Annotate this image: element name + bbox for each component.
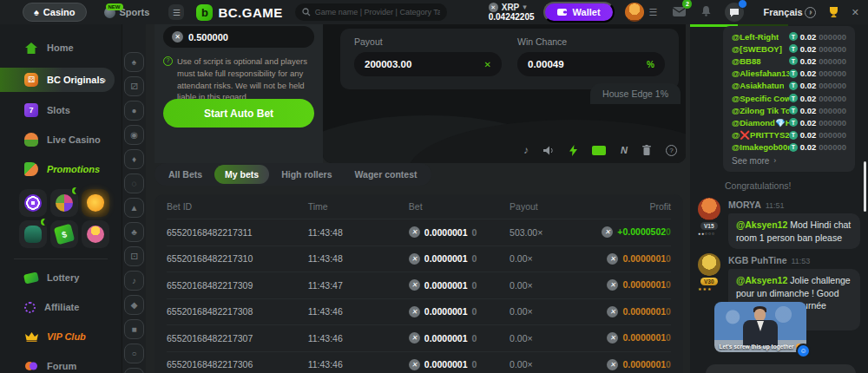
table-row[interactable]: 65520168482217309 11:43:47 ✕0.00000010 0…: [167, 272, 671, 298]
balance-selector[interactable]: ✕ XRP ▾ 0.04242205: [489, 3, 535, 22]
table-row[interactable]: 65520168482217306 11:43:46 ✕0.00000010 0…: [167, 351, 671, 373]
trash-icon[interactable]: [642, 145, 651, 155]
table-row[interactable]: 65520168482217310 11:43:48 ✕0.00000010 0…: [167, 245, 671, 272]
game-shortcut-icon[interactable]: ♪: [124, 271, 144, 291]
avatar[interactable]: [698, 198, 720, 220]
casino-toggle[interactable]: ♠ Casino: [23, 3, 87, 22]
chat-gif-attachment[interactable]: Let's screw this up together: [714, 302, 806, 352]
rain-list-item[interactable]: @Specific CowdenT0.02000000: [732, 92, 846, 104]
forum-icon: [24, 359, 38, 373]
rain-list-item[interactable]: @Zilong Tik TokT0.02000000: [732, 104, 846, 116]
rain-list-item[interactable]: @Diamond💎Hu...T0.02000000: [732, 116, 846, 128]
rain-list-item[interactable]: @Aliesfahan1363T0.02000000: [732, 68, 846, 80]
sidebar-item-bc-originals[interactable]: ⚄ BC Originals ›: [0, 68, 115, 92]
promo-tile-mystery[interactable]: [19, 220, 47, 248]
account-list-icon[interactable]: ☰: [649, 7, 658, 18]
game-shortcut-icon[interactable]: ⚀: [124, 246, 144, 266]
tether-icon: T: [789, 143, 798, 152]
sports-toggle[interactable]: NEW Sports: [94, 3, 161, 22]
game-canvas: Payout 200003.00 ✕ Win Chance 0.00049 % …: [323, 24, 686, 163]
sidebar-item-live-casino[interactable]: Live Casino: [0, 128, 122, 151]
music-icon[interactable]: ♪: [523, 144, 529, 156]
game-shortcut-icon[interactable]: ♣: [124, 222, 144, 242]
game-shortcut-icon[interactable]: ◉: [124, 125, 144, 145]
close-panel-icon[interactable]: ✕: [852, 7, 859, 18]
sidebar-item-forum[interactable]: Forum: [0, 355, 122, 373]
see-more-link[interactable]: See more›: [732, 156, 846, 166]
wallet-icon: [557, 8, 568, 16]
rain-list-item[interactable]: @Imakegob00m...T0.02000000: [732, 141, 846, 154]
rain-list-item[interactable]: @❌PRITTYS233❌T0.02000000: [732, 129, 846, 141]
game-shortcut-icon[interactable]: ✕: [124, 368, 144, 373]
promotions-grid: $: [19, 189, 122, 248]
live-stats-icon[interactable]: N: [621, 145, 628, 155]
chevron-down-icon: ▾: [523, 3, 527, 12]
promo-tile-referral[interactable]: [82, 220, 109, 248]
game-shortcut-icon[interactable]: ●: [124, 101, 144, 121]
promo-tile-wheel[interactable]: [50, 189, 78, 217]
rain-list-item[interactable]: @BB88T0.02000000: [732, 55, 846, 67]
game-shortcut-icon[interactable]: ♦: [124, 149, 144, 169]
tab-my-bets[interactable]: My bets: [214, 165, 269, 184]
tab-all-bets[interactable]: All Bets: [158, 165, 213, 184]
user-avatar[interactable]: [625, 3, 644, 22]
envelope-icon: [673, 7, 686, 16]
info-button[interactable]: i: [805, 7, 816, 18]
table-row[interactable]: 65520168482217311 11:43:48 ✕0.00000010 5…: [167, 219, 671, 245]
tab-wager-contest[interactable]: Wager contest: [345, 165, 428, 184]
add-reaction-button[interactable]: ☺: [796, 344, 811, 358]
bet-amount: 0.0000001: [424, 280, 468, 291]
win-chance-input[interactable]: 0.00049 %: [517, 52, 665, 76]
sound-icon[interactable]: [543, 146, 555, 155]
rain-list-item[interactable]: @AsiakhatunT0.02000000: [732, 80, 846, 92]
sidebar-item-affiliate[interactable]: Affiliate: [0, 296, 122, 318]
tab-high-rollers[interactable]: High rollers: [271, 165, 342, 184]
game-shortcut-icon[interactable]: ■: [124, 319, 144, 339]
avatar[interactable]: [698, 253, 720, 276]
promo-tile-spin[interactable]: [19, 189, 47, 217]
game-shortcut-icon[interactable]: ◆: [124, 295, 144, 315]
sidebar-item-lottery[interactable]: Lottery: [0, 266, 122, 289]
game-shortcut-icon[interactable]: ♠: [124, 52, 144, 72]
rain-list-item[interactable]: @[SWEBOY]T0.02000000: [732, 43, 846, 55]
sidebar-item-promotions[interactable]: Promotions: [0, 158, 122, 180]
chat-message-bubble[interactable]: @Aksyen12 Mod Hindi chat room 1 person b…: [728, 213, 860, 249]
payout-input[interactable]: 200003.00 ✕: [354, 52, 502, 76]
tether-icon: T: [789, 32, 798, 41]
start-auto-bet-button[interactable]: Start Auto Bet: [163, 99, 314, 128]
wallet-button[interactable]: Wallet: [543, 2, 615, 23]
inbox-button[interactable]: 2: [673, 4, 686, 20]
promo-tile-deals[interactable]: $: [50, 220, 78, 248]
sidebar-item-home[interactable]: Home: [0, 36, 122, 59]
sidebar-item-label: Forum: [47, 361, 76, 371]
chat-toggle-button[interactable]: [725, 3, 744, 22]
mention-link[interactable]: @Aksyen12: [736, 275, 787, 285]
brand[interactable]: b BC.GAME: [196, 4, 282, 21]
turbo-bolt-icon[interactable]: [569, 145, 577, 156]
game-shortcut-icon[interactable]: ○: [124, 344, 144, 363]
search-input[interactable]: [315, 8, 440, 16]
trophy-icon[interactable]: [828, 7, 839, 17]
table-row[interactable]: 65520168482217308 11:43:46 ✕0.00000010 0…: [167, 298, 671, 325]
game-shortcut-icon[interactable]: ▲: [124, 198, 144, 218]
bet-amount: 0.0000001: [424, 306, 468, 317]
sidebar-item-slots[interactable]: 7 Slots: [0, 99, 122, 121]
hotkeys-keyboard-icon[interactable]: [592, 146, 606, 155]
chat-timestamp: 11:51: [766, 201, 785, 210]
mention-link[interactable]: @Aksyen12: [736, 219, 787, 230]
game-shortcut-icon[interactable]: ◌: [124, 173, 144, 193]
sidebar-item-vip-club[interactable]: VIP Club: [0, 325, 122, 348]
rain-list-item[interactable]: @Left-RightT0.02000000: [732, 30, 846, 43]
chat-input[interactable]: [706, 364, 856, 373]
xrp-coin-icon: ✕: [409, 332, 420, 344]
game-search[interactable]: [295, 3, 447, 21]
notifications-button[interactable]: [701, 4, 711, 20]
bet-amount-input[interactable]: ✕ 0.500000: [163, 26, 314, 48]
table-row[interactable]: 65520168482217307 11:43:46 ✕0.00000010 0…: [167, 324, 671, 351]
person-coin-icon: [87, 226, 104, 243]
chat-scrollbar[interactable]: [864, 161, 866, 212]
help-circle-icon[interactable]: ?: [666, 145, 677, 156]
menu-button[interactable]: ☰: [168, 4, 184, 20]
game-shortcut-icon[interactable]: ⚂: [124, 76, 144, 96]
promo-tile-piggy[interactable]: [82, 189, 109, 217]
